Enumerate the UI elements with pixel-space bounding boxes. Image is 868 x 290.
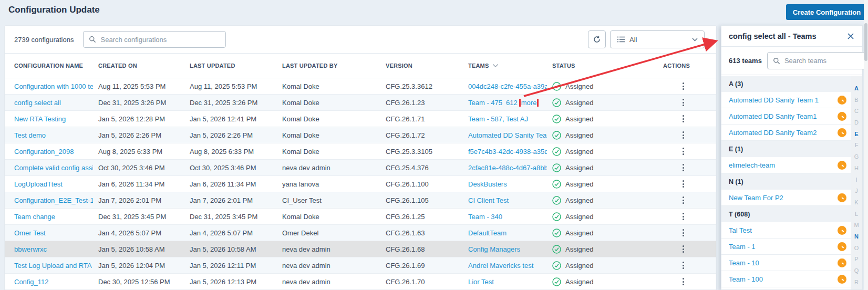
- alphabet-letter[interactable]: D: [854, 117, 859, 129]
- row-actions-kebab-icon[interactable]: [679, 277, 687, 286]
- close-icon[interactable]: [845, 31, 856, 42]
- created-on-cell: Jan 5, 2026 2:26 PM: [93, 131, 184, 139]
- teams-link[interactable]: Lior Test: [468, 278, 494, 286]
- config-name-link[interactable]: LogUploadTtest: [14, 180, 63, 188]
- filter-dropdown[interactable]: All: [610, 30, 705, 48]
- teams-link[interactable]: DeskBusters: [468, 180, 507, 188]
- teams-link[interactable]: Team - 475: [468, 99, 502, 107]
- pending-clock-icon: [838, 275, 846, 284]
- teams-link[interactable]: Team - 587, Test AJ: [468, 115, 528, 123]
- teams-link[interactable]: 2cfac81e-488c-4d67-a8bb-7bc4: [468, 164, 547, 172]
- column-header-teams[interactable]: TEAMS: [463, 63, 547, 69]
- status-cell: Assigned: [547, 212, 655, 221]
- create-configuration-button[interactable]: Create Configuration: [786, 4, 867, 20]
- teams-link[interactable]: Team - 340: [468, 213, 502, 221]
- config-name-link[interactable]: Configuration_E2E_Test-176777: [14, 196, 93, 204]
- status-check-icon: [552, 180, 561, 189]
- config-name-link[interactable]: config select all: [14, 99, 61, 107]
- row-actions-kebab-icon[interactable]: [679, 245, 687, 254]
- search-teams-input[interactable]: [784, 57, 868, 65]
- team-link[interactable]: Team - 100: [729, 275, 838, 283]
- alphabet-letter[interactable]: R: [854, 277, 859, 288]
- teams-link[interactable]: 004dc248-c2fe-455a-a39a-3fa: [468, 82, 547, 90]
- status-cell: Assigned: [547, 180, 655, 189]
- config-name-link[interactable]: Omer Test: [14, 229, 46, 237]
- alphabet-letter[interactable]: P: [854, 254, 858, 265]
- config-name-link[interactable]: Config_112: [14, 278, 49, 286]
- row-actions-kebab-icon[interactable]: [679, 147, 687, 156]
- teams-link[interactable]: Config Managers: [468, 245, 520, 253]
- column-header-last-updated-by[interactable]: LAST UPDATED BY: [277, 63, 380, 69]
- teams-link[interactable]: Andrei Mavericks test: [468, 262, 533, 270]
- refresh-button[interactable]: [588, 30, 606, 48]
- last-updated-cell: Aug 8, 2025 6:33 PM: [184, 148, 277, 156]
- team-link[interactable]: Team - 10: [729, 259, 838, 267]
- alphabet-letter[interactable]: J: [855, 185, 858, 197]
- page-scrollbar[interactable]: [864, 0, 868, 290]
- last-updated-by-cell: Komal Doke: [277, 99, 380, 107]
- teams-link[interactable]: CI Client Test: [468, 196, 509, 204]
- alphabet-letter[interactable]: M: [854, 220, 859, 231]
- teams-link[interactable]: DefaultTeam: [468, 229, 507, 237]
- config-name-link[interactable]: Test Log Upload and RTA: [14, 262, 92, 270]
- search-configurations-input[interactable]: [100, 36, 220, 44]
- config-name-link[interactable]: Configuration with 1000 teams: [14, 82, 93, 90]
- column-header-version[interactable]: VERSION: [380, 63, 463, 69]
- status-check-icon: [552, 229, 561, 237]
- status-label: Assigned: [565, 213, 593, 221]
- column-header-created-on[interactable]: CREATED ON: [93, 63, 184, 69]
- team-list-item: New Team For P2: [721, 190, 851, 206]
- alphabet-letter[interactable]: Q: [854, 265, 859, 277]
- row-actions-kebab-icon[interactable]: [679, 261, 687, 270]
- row-actions-kebab-icon[interactable]: [679, 212, 687, 221]
- alphabet-letter[interactable]: H: [854, 163, 859, 174]
- created-on-cell: Jan 5, 2026 12:04 PM: [93, 262, 184, 270]
- column-header-last-updated[interactable]: LAST UPDATED: [184, 63, 277, 69]
- table-row: Test Log Upload and RTA Jan 5, 2026 12:0…: [5, 257, 716, 274]
- alphabet-letter[interactable]: C: [854, 106, 859, 117]
- alphabet-letter[interactable]: L: [855, 209, 858, 220]
- alphabet-letter[interactable]: A: [854, 83, 859, 95]
- config-name-link[interactable]: Test demo: [14, 131, 46, 139]
- alphabet-letter[interactable]: G: [854, 151, 859, 163]
- alphabet-letter[interactable]: E: [854, 129, 858, 140]
- row-actions-kebab-icon[interactable]: [679, 115, 687, 123]
- table-row: Complete valid config assigned Oct 30, 2…: [5, 160, 716, 176]
- config-name-link[interactable]: New RTA Testing: [14, 115, 66, 123]
- filter-selected-value: All: [629, 36, 688, 44]
- teams-link[interactable]: f5e7c4b3-42dc-4938-a35d-4c44: [468, 148, 547, 156]
- alphabet-letter[interactable]: F: [855, 140, 859, 151]
- alphabet-letter[interactable]: N: [854, 231, 859, 243]
- team-link[interactable]: Team - 1: [729, 243, 838, 251]
- config-name-link[interactable]: Team change: [14, 213, 55, 221]
- team-link[interactable]: Automated DD Sanity Team1: [729, 112, 838, 120]
- alphabet-letter[interactable]: B: [854, 95, 858, 106]
- alphabet-letter[interactable]: I: [855, 174, 857, 186]
- version-cell: CFG.26.1.69: [380, 262, 463, 270]
- column-header-status[interactable]: STATUS: [547, 63, 655, 69]
- team-link[interactable]: Tal Test: [729, 226, 838, 234]
- scrollbar-thumb[interactable]: [864, 23, 867, 61]
- team-link[interactable]: elimelech-team: [729, 161, 838, 169]
- row-actions-kebab-icon[interactable]: [679, 163, 687, 172]
- alphabet-letter[interactable]: O: [854, 243, 859, 254]
- status-label: Assigned: [565, 148, 593, 156]
- team-link[interactable]: Automated DD Sanity Team 1: [729, 96, 838, 104]
- alphabet-letter[interactable]: K: [854, 197, 858, 209]
- config-name-link[interactable]: Complete valid config assigned: [14, 164, 93, 172]
- row-actions-kebab-icon[interactable]: [679, 98, 687, 107]
- row-actions-kebab-icon[interactable]: [679, 196, 687, 205]
- team-link[interactable]: New Team For P2: [729, 194, 838, 202]
- config-name-link[interactable]: Configuration_2098: [14, 148, 74, 156]
- column-header-configuration-name[interactable]: CONFIGURATION NAME: [5, 63, 93, 69]
- more-link[interactable]: more: [521, 99, 537, 107]
- teams-link[interactable]: Automated DD Sanity Team: [468, 131, 547, 139]
- sort-chevron-icon: [492, 64, 499, 68]
- team-link[interactable]: Automated DD Sanity Team2: [729, 129, 838, 137]
- row-actions-kebab-icon[interactable]: [679, 82, 687, 91]
- config-name-link[interactable]: bbwerwrxc: [14, 245, 47, 253]
- status-check-icon: [552, 82, 561, 91]
- row-actions-kebab-icon[interactable]: [679, 229, 687, 237]
- row-actions-kebab-icon[interactable]: [679, 131, 687, 140]
- row-actions-kebab-icon[interactable]: [679, 180, 687, 189]
